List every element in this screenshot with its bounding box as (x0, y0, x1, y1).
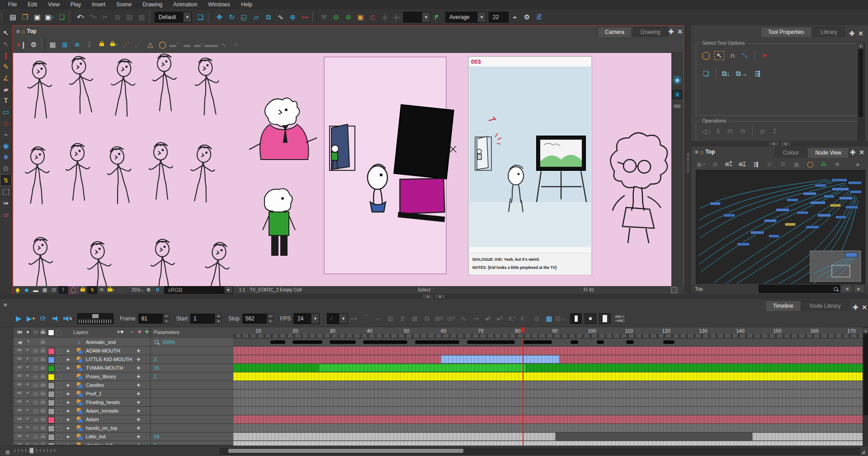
thumbnail-toggle[interactable] (56, 366, 62, 371)
layer-name[interactable]: LITTLE-KID-MOUTH (86, 357, 132, 362)
pivot-tool-icon[interactable]: ⊕ (287, 11, 299, 24)
play-button[interactable]: ▶ (13, 312, 25, 324)
tab-drawing[interactable]: Drawing (633, 27, 668, 37)
home-icon[interactable]: ⌂ (22, 28, 25, 35)
smooth-selection-icon[interactable]: ⤡ (739, 49, 751, 61)
lock-toggle[interactable] (41, 427, 45, 430)
eye-icon[interactable]: ◉ (673, 75, 682, 85)
track-row[interactable] (233, 364, 863, 372)
track-row[interactable] (233, 424, 863, 432)
track-row[interactable] (233, 398, 863, 407)
ease-type-select[interactable]: Average▼ (445, 12, 486, 23)
enable-toggle[interactable]: oo (17, 399, 21, 404)
export-image-icon[interactable]: ❏ (56, 11, 68, 24)
curve-deform-icon[interactable]: ≋ (71, 38, 83, 51)
loop-button[interactable]: ⟳ (37, 312, 49, 324)
undo-icon[interactable]: ↶▾ (75, 11, 87, 24)
overflow-icon[interactable]: » (851, 159, 864, 169)
centre-c-icon[interactable]: C (367, 11, 379, 24)
create-cycle-icon[interactable]: ⧉ (421, 312, 433, 324)
track-row[interactable] (233, 338, 863, 347)
bent-arrow-icon[interactable]: ↱ (430, 11, 443, 24)
add-keyframe-icon[interactable]: ╪ (379, 11, 391, 24)
tools-icon[interactable]: ⚒ (318, 11, 330, 24)
nodes-icon[interactable]: ⧉ (776, 159, 790, 169)
add-layer-button[interactable]: +▾ (117, 328, 123, 335)
move-down-icon[interactable]: ⧈↧ (736, 159, 749, 169)
menu-item-file[interactable]: File (3, 0, 22, 9)
enable-toggle[interactable]: oo (17, 356, 21, 361)
layer-row[interactable]: oo●▶+hands_on_top (14, 424, 233, 432)
polyline-tool-icon[interactable]: ◇ (0, 118, 11, 129)
layer-remove-icon[interactable]: ▬⁻ (193, 38, 205, 51)
curve-s-icon[interactable]: ∿ (217, 38, 230, 51)
layer-parameter-value[interactable]: 1 (154, 442, 156, 445)
stack-toggle[interactable] (33, 409, 38, 413)
remove-kf-icon[interactable]: ⊖F (445, 312, 458, 324)
mirror-view-icon[interactable]: ◯ (156, 38, 169, 51)
enable-node-icon[interactable]: ▣✓ (695, 159, 708, 169)
cut-icon[interactable]: ✂ (99, 11, 111, 24)
lasso-select-icon[interactable]: ◯ (700, 49, 712, 61)
layer-name[interactable]: Little_kid (86, 434, 105, 439)
solo-toggle[interactable]: ● (26, 433, 28, 438)
expand-arrow-icon[interactable]: ▶ (67, 443, 70, 445)
stack-toggle[interactable] (33, 427, 38, 430)
stack-column-icon[interactable] (33, 330, 38, 334)
expand-arrow-icon[interactable]: ▶ (67, 357, 70, 362)
save-all-icon[interactable]: ▣+ (43, 11, 56, 24)
enable-toggle[interactable]: oo (17, 373, 21, 378)
node-search-input[interactable] (759, 285, 840, 293)
search-off-icon[interactable]: ⊘ (763, 159, 776, 169)
collapse-handle[interactable]: ‹› (686, 152, 690, 174)
smooth-editor-icon[interactable]: Ƨ (533, 11, 545, 24)
start-spinner[interactable]: 1 ▲▼ (190, 314, 222, 324)
layer-name[interactable]: hands_on_top (86, 425, 118, 431)
select-by-colour-icon[interactable]: ➤ (759, 49, 771, 61)
menu-item-animation[interactable]: Animation (168, 0, 203, 9)
colour-column-icon[interactable] (48, 329, 54, 336)
layer-colour-swatch[interactable] (48, 365, 55, 372)
expand-arrow-icon[interactable]: ▶ (67, 400, 70, 404)
width-stepper[interactable]: ◂▸ (509, 11, 521, 24)
menu-item-scene[interactable]: Scene (111, 0, 137, 9)
line-tool-icon[interactable]: ∠ (0, 72, 11, 84)
expand-arrow-icon[interactable]: ▶ (67, 383, 70, 387)
lock-toggle[interactable] (41, 401, 45, 404)
safe-area-icon[interactable]: ⊞ (59, 38, 71, 51)
next-kf-icon[interactable]: ▸ᴷ (494, 312, 506, 324)
tracks-hscroll[interactable] (220, 448, 860, 455)
tab-camera[interactable]: Camera (597, 27, 632, 37)
zoom-levels-icon[interactable]: ◆ (22, 287, 31, 293)
enable-toggle[interactable]: oo (17, 365, 21, 369)
sound-scrub-button[interactable]: S (61, 312, 74, 324)
layer-row[interactable]: oo●▶+shadow_kid1 (14, 441, 233, 445)
grid-icon[interactable]: ▦ (47, 38, 59, 51)
onion-next-icon[interactable]: ⊜ (342, 11, 354, 24)
layer-name[interactable]: Candles (86, 382, 104, 388)
matte-view-icon[interactable]: ◯ (68, 286, 78, 294)
solo-toggle[interactable]: ● (26, 373, 28, 378)
search-off-icon[interactable]: ⊘ (531, 312, 543, 324)
lasso-nodes-icon[interactable]: ◯ (803, 159, 817, 169)
add-parameter-button[interactable]: + (137, 424, 141, 432)
layer-icon[interactable]: ▬ (181, 38, 193, 51)
tab-node-library[interactable]: Node Library (802, 301, 849, 311)
sound-volume[interactable]: 100% (155, 339, 175, 345)
handle-icon[interactable] (674, 104, 681, 108)
thumbnail-toggle[interactable] (56, 409, 62, 414)
layer-colour-swatch[interactable] (48, 374, 55, 381)
panel-menu-icon[interactable]: ≡ (16, 28, 20, 35)
expand-arrow-icon[interactable]: ▶ (67, 426, 70, 430)
menu-item-help[interactable]: Help (236, 0, 258, 9)
resize-corner-icon[interactable]: ◢ (859, 447, 867, 456)
checkbox[interactable] (671, 287, 677, 293)
layer-name[interactable]: TVMAN-MOUTH (86, 365, 123, 371)
lock-toggle[interactable] (41, 444, 45, 445)
save-icon[interactable]: ▣ (31, 11, 43, 24)
frame-node-icon[interactable]: ▣ (790, 159, 803, 169)
stack-toggle[interactable] (33, 358, 38, 362)
fps-select[interactable]: 24▼ (293, 313, 320, 324)
marquee-tool-icon[interactable] (0, 186, 11, 197)
lock-icon[interactable] (78, 287, 87, 293)
